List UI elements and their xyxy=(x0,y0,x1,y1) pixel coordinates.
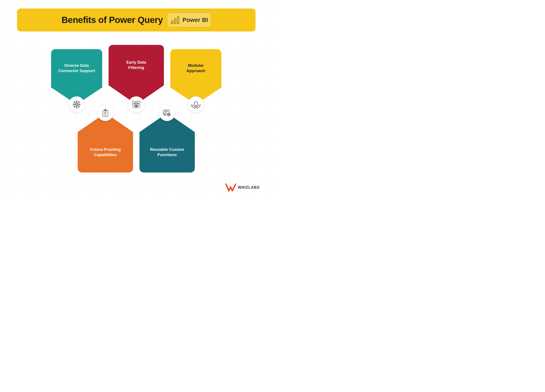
header-banner: Benefits of Power Query Power BI xyxy=(17,8,255,31)
svg-marker-29 xyxy=(192,105,195,109)
card-early-filter: Early DataFiltering xyxy=(109,45,164,104)
checklist-icon xyxy=(101,108,110,118)
card-diverse-icon-circle xyxy=(68,96,85,113)
svg-point-37 xyxy=(105,109,106,110)
svg-point-42 xyxy=(167,113,170,116)
powerbi-icon xyxy=(170,15,180,25)
card-reusable-icon-circle xyxy=(159,105,175,121)
svg-marker-28 xyxy=(194,102,198,106)
card-future-label: Future-ProofingCapabilities xyxy=(90,147,121,157)
svg-point-7 xyxy=(76,104,77,105)
functions-icon xyxy=(162,108,172,118)
bottom-row: Future-ProofingCapabilities xyxy=(78,113,195,173)
card-filter-label: Early DataFiltering xyxy=(126,60,146,70)
svg-rect-33 xyxy=(103,110,108,116)
whizlabs-icon xyxy=(225,183,236,192)
card-modular-icon-circle xyxy=(188,96,204,113)
card-diverse-data: Diverse DataConnector Support xyxy=(51,49,102,104)
card-future-icon-circle xyxy=(97,105,113,121)
card-filter-icon-circle xyxy=(128,96,144,113)
svg-rect-0 xyxy=(171,21,173,24)
powerbi-badge: Power BI xyxy=(167,13,211,27)
card-diverse-label: Diverse DataConnector Support xyxy=(58,63,95,73)
page-title: Benefits of Power Query xyxy=(62,15,163,25)
cards-area: Diverse DataConnector Support xyxy=(0,34,272,183)
svg-point-23 xyxy=(79,106,80,107)
card-future-bottom: Future-ProofingCapabilities xyxy=(78,132,133,173)
card-future-proof: Future-ProofingCapabilities xyxy=(78,113,133,173)
brand-label: WHIZLABS xyxy=(238,185,260,190)
svg-point-17 xyxy=(74,102,75,103)
connector-icon xyxy=(72,100,81,109)
svg-point-6 xyxy=(75,103,78,106)
modules-icon xyxy=(191,100,201,109)
svg-marker-30 xyxy=(197,105,200,109)
svg-rect-2 xyxy=(177,17,179,24)
footer-logo: WHIZLABS xyxy=(225,183,260,192)
card-modular: ModularApproach xyxy=(170,49,221,104)
card-filter-top: Early DataFiltering xyxy=(109,45,164,85)
filter-icon xyxy=(132,100,141,109)
card-reusable: Reusable CustomFunctions xyxy=(139,113,195,173)
top-row: Diverse DataConnector Support xyxy=(51,45,221,104)
powerbi-label: Power BI xyxy=(182,17,208,23)
card-reusable-bottom: Reusable CustomFunctions xyxy=(139,132,195,173)
card-modular-label: ModularApproach xyxy=(186,63,205,73)
svg-rect-41 xyxy=(163,110,169,114)
card-diverse-top: Diverse DataConnector Support xyxy=(51,49,102,87)
svg-rect-1 xyxy=(174,19,176,24)
svg-point-19 xyxy=(79,102,80,103)
card-reusable-label: Reusable CustomFunctions xyxy=(150,147,184,157)
card-modular-top: ModularApproach xyxy=(170,49,221,87)
svg-point-21 xyxy=(74,106,75,107)
